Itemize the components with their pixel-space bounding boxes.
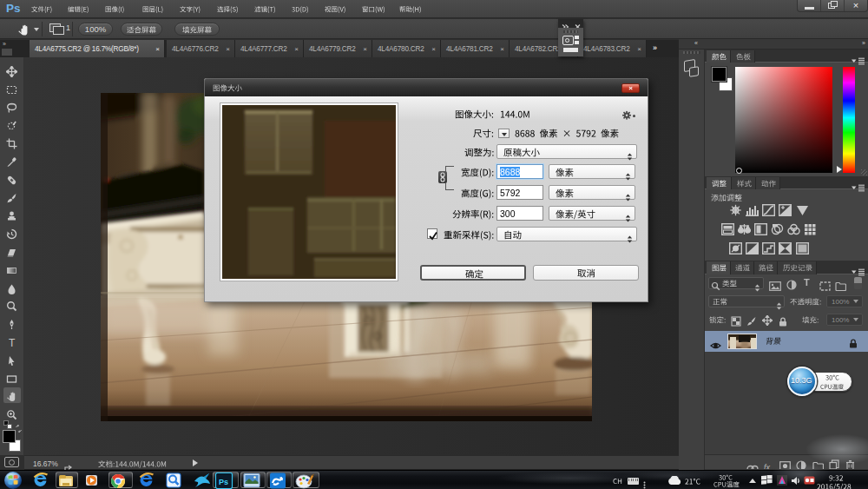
svg-text:Ps: Ps xyxy=(219,478,228,486)
svg-text:T: T xyxy=(9,337,16,348)
